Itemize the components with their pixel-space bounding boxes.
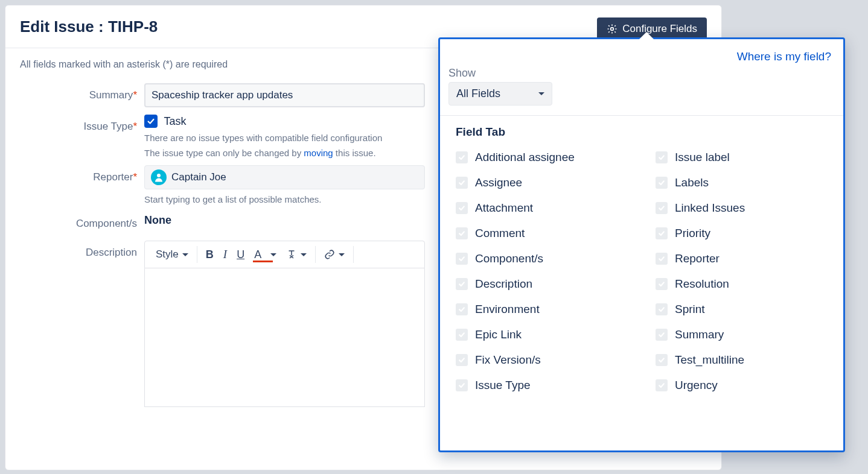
field-item-label: Priority: [675, 227, 710, 240]
label-description: Description: [20, 241, 144, 259]
where-is-my-field-link[interactable]: Where is my field?: [737, 50, 831, 63]
checkbox-icon: [456, 379, 468, 391]
configure-fields-popover: Where is my field? Show All Fields Field…: [438, 37, 845, 452]
checkbox-icon: [656, 227, 668, 239]
field-item-label: Additional assignee: [475, 151, 575, 164]
svg-point-0: [611, 28, 614, 31]
field-item-label: Issue label: [675, 151, 730, 164]
checkbox-icon: [656, 303, 668, 315]
chevron-down-icon: [538, 92, 544, 95]
reporter-value: Captain Joe: [171, 171, 226, 183]
field-item-label: Linked Issues: [675, 201, 745, 215]
field-item-label: Summary: [675, 328, 724, 341]
field-item[interactable]: Assignee: [456, 170, 631, 195]
field-column-1: Additional assigneeAssigneeAttachmentCom…: [456, 145, 631, 398]
moving-link[interactable]: moving: [304, 148, 333, 158]
label-issue-type: Issue Type*: [20, 115, 144, 133]
field-item[interactable]: Fix Version/s: [456, 347, 631, 373]
field-item[interactable]: Attachment: [456, 195, 631, 221]
checkbox-icon: [456, 227, 468, 239]
show-label: Show: [448, 67, 831, 80]
field-item-label: Description: [475, 277, 532, 291]
field-item-label: Sprint: [675, 303, 705, 316]
description-editor[interactable]: [144, 268, 425, 407]
field-item[interactable]: Urgency: [656, 373, 831, 398]
field-item-label: Environment: [475, 303, 540, 316]
field-item-label: Assignee: [475, 176, 522, 189]
field-item-label: Issue Type: [475, 379, 531, 392]
checkbox-icon: [656, 329, 668, 341]
field-item-label: Component/s: [475, 252, 543, 265]
field-item[interactable]: Description: [456, 271, 631, 297]
italic-button[interactable]: I: [219, 245, 232, 264]
popover-arrow: [639, 32, 654, 39]
text-color-button[interactable]: A: [249, 246, 281, 264]
checkbox-icon: [656, 278, 668, 290]
field-item[interactable]: Comment: [456, 221, 631, 246]
field-item[interactable]: Component/s: [456, 246, 631, 271]
checkbox-icon: [656, 151, 668, 163]
field-item[interactable]: Issue Type: [456, 373, 631, 398]
field-item-label: Epic Link: [475, 328, 522, 341]
show-select-value: All Fields: [456, 87, 500, 100]
underline-button[interactable]: U: [232, 246, 249, 264]
checkbox-icon: [456, 253, 468, 265]
configure-fields-label: Configure Fields: [622, 23, 697, 35]
field-item[interactable]: Labels: [656, 170, 831, 195]
checkbox-icon: [456, 151, 468, 163]
clear-formatting-button[interactable]: [281, 247, 311, 262]
checkbox-icon: [656, 379, 668, 391]
label-summary: Summary*: [20, 83, 144, 101]
issue-type-value: Task: [164, 115, 186, 127]
chevron-down-icon: [182, 253, 188, 256]
summary-input[interactable]: [144, 83, 425, 107]
field-tab-heading: Field Tab: [456, 125, 831, 139]
checkbox-icon: [456, 354, 468, 366]
gear-icon: [607, 24, 617, 34]
chevron-down-icon: [339, 253, 345, 256]
bold-button[interactable]: B: [201, 246, 219, 264]
editor-toolbar: Style B I U A: [144, 241, 425, 268]
field-item-label: Resolution: [675, 277, 729, 291]
field-item-label: Fix Version/s: [475, 353, 541, 367]
field-item[interactable]: Linked Issues: [656, 195, 831, 221]
toolbar-separator: [353, 246, 354, 263]
checkbox-icon: [456, 278, 468, 290]
issue-type-checkbox-icon: [144, 115, 158, 128]
field-item-label: Reporter: [675, 252, 720, 265]
chevron-down-icon: [301, 253, 307, 256]
dialog-title: Edit Issue : TIHP-8: [20, 17, 158, 36]
field-item[interactable]: Additional assignee: [456, 145, 631, 170]
show-select[interactable]: All Fields: [448, 82, 552, 106]
reporter-input[interactable]: Captain Joe: [144, 165, 425, 189]
field-item[interactable]: Priority: [656, 221, 831, 246]
field-column-2: Issue labelLabelsLinked IssuesPriorityRe…: [656, 145, 831, 398]
label-components: Component/s: [20, 212, 144, 230]
field-item-label: Labels: [675, 176, 709, 189]
field-item[interactable]: Epic Link: [456, 322, 631, 347]
checkbox-icon: [456, 303, 468, 315]
checkbox-icon: [656, 354, 668, 366]
checkbox-icon: [656, 177, 668, 189]
field-item[interactable]: Resolution: [656, 271, 831, 297]
checkbox-icon: [656, 202, 668, 214]
avatar-icon: [151, 169, 167, 185]
checkbox-icon: [456, 329, 468, 341]
link-button[interactable]: [319, 247, 349, 262]
field-item-label: Urgency: [675, 379, 718, 392]
field-item-label: Test_multiline: [675, 353, 744, 367]
chevron-down-icon: [270, 253, 276, 256]
checkbox-icon: [456, 177, 468, 189]
field-item-label: Comment: [475, 227, 525, 240]
field-item[interactable]: Issue label: [656, 145, 831, 170]
svg-point-1: [157, 174, 161, 177]
label-reporter: Reporter*: [20, 165, 144, 183]
field-item[interactable]: Test_multiline: [656, 347, 831, 373]
style-dropdown[interactable]: Style: [151, 246, 193, 263]
field-item[interactable]: Environment: [456, 297, 631, 322]
field-item[interactable]: Sprint: [656, 297, 831, 322]
field-item[interactable]: Summary: [656, 322, 831, 347]
checkbox-icon: [456, 202, 468, 214]
checkbox-icon: [656, 253, 668, 265]
field-item[interactable]: Reporter: [656, 246, 831, 271]
